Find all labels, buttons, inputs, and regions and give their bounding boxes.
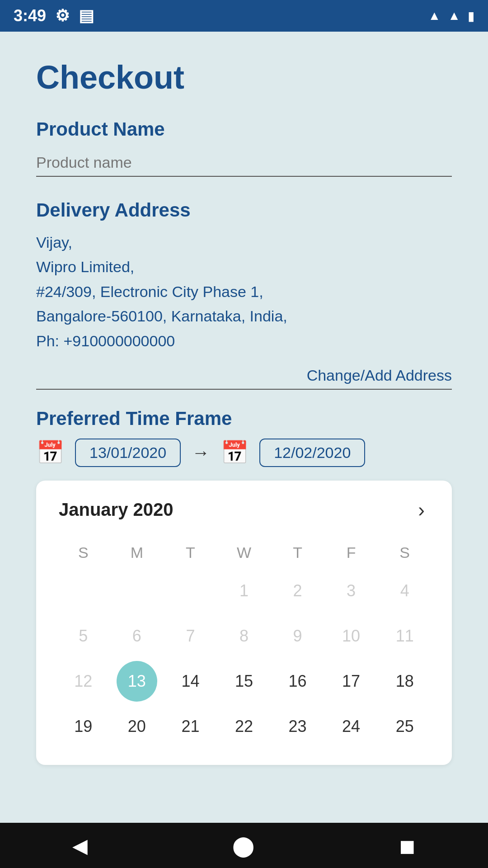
- change-address-button[interactable]: Change/Add Address: [307, 367, 452, 384]
- divider: [36, 389, 452, 390]
- calendar-day-9[interactable]: 9: [277, 616, 318, 656]
- address-line4: Bangalore-560100, Karnataka, India,: [36, 307, 287, 325]
- calendar-day-15[interactable]: 15: [224, 661, 264, 702]
- calendar-month-title: January 2020: [59, 500, 174, 520]
- calendar-day-11[interactable]: 11: [385, 616, 425, 656]
- calendar-day-4[interactable]: 4: [385, 571, 425, 611]
- day-header-sun: S: [59, 539, 108, 566]
- calendar-day-empty: [170, 571, 211, 611]
- address-block: Vijay, Wipro Limited, #24/309, Electroni…: [36, 230, 452, 353]
- calendar-day-17[interactable]: 17: [331, 661, 371, 702]
- signal-icon: ▲: [448, 9, 460, 23]
- calendar-container: January 2020 › S M T W T F S 1 2 3 4: [36, 481, 452, 765]
- delivery-address-section: Delivery Address Vijay, Wipro Limited, #…: [36, 199, 452, 390]
- calendar-day-7[interactable]: 7: [170, 616, 211, 656]
- start-calendar-icon[interactable]: 📅: [36, 439, 64, 466]
- status-bar-left: 3:49 ⚙ ▤: [14, 6, 94, 25]
- recents-button[interactable]: ◼: [399, 834, 416, 857]
- calendar-day-empty: [117, 571, 157, 611]
- calendar-day-12[interactable]: 12: [63, 661, 103, 702]
- delivery-address-label: Delivery Address: [36, 199, 452, 221]
- product-name-section: Product Name: [36, 118, 452, 177]
- calendar-day-23[interactable]: 23: [277, 706, 318, 747]
- calendar-grid: S M T W T F S 1 2 3 4 5 6 7 8 9: [59, 539, 429, 747]
- day-header-fri: F: [327, 539, 376, 566]
- address-line3: #24/309, Electronic City Phase 1,: [36, 283, 263, 300]
- calendar-day-empty: [63, 571, 103, 611]
- calendar-day-19[interactable]: 19: [63, 706, 103, 747]
- bottom-nav: ◀ ⬤ ◼: [0, 823, 488, 868]
- calendar-header: January 2020 ›: [59, 499, 429, 521]
- arrow-icon: →: [192, 443, 210, 463]
- time-display: 3:49: [14, 6, 46, 25]
- battery-icon: ▮: [468, 9, 474, 24]
- day-header-thu: T: [273, 539, 322, 566]
- calendar-day-2[interactable]: 2: [277, 571, 318, 611]
- calendar-day-14[interactable]: 14: [170, 661, 211, 702]
- calendar-day-5[interactable]: 5: [63, 616, 103, 656]
- date-picker-row: 📅 13/01/2020 → 📅 12/02/2020: [36, 439, 452, 467]
- change-address-row: Change/Add Address: [36, 367, 452, 384]
- sim-icon: ▤: [79, 6, 94, 25]
- product-name-label: Product Name: [36, 118, 452, 140]
- day-header-tue: T: [166, 539, 215, 566]
- main-content: Checkout Product Name Delivery Address V…: [0, 32, 488, 823]
- calendar-day-13[interactable]: 13: [117, 661, 157, 702]
- calendar-day-22[interactable]: 22: [224, 706, 264, 747]
- calendar-next-button[interactable]: ›: [413, 499, 429, 521]
- calendar-day-6[interactable]: 6: [117, 616, 157, 656]
- calendar-day-24[interactable]: 24: [331, 706, 371, 747]
- calendar-day-25[interactable]: 25: [385, 706, 425, 747]
- address-line1: Vijay,: [36, 234, 72, 251]
- end-date-badge[interactable]: 12/02/2020: [259, 439, 365, 467]
- time-frame-label: Preferred Time Frame: [36, 408, 452, 429]
- day-header-sat: S: [380, 539, 429, 566]
- start-date-badge[interactable]: 13/01/2020: [75, 439, 181, 467]
- calendar-day-21[interactable]: 21: [170, 706, 211, 747]
- time-frame-section: Preferred Time Frame 📅 13/01/2020 → 📅 12…: [36, 408, 452, 765]
- day-header-wed: W: [220, 539, 269, 566]
- page-title: Checkout: [36, 59, 452, 96]
- calendar-day-18[interactable]: 18: [385, 661, 425, 702]
- calendar-day-1[interactable]: 1: [224, 571, 264, 611]
- calendar-day-3[interactable]: 3: [331, 571, 371, 611]
- home-button[interactable]: ⬤: [232, 834, 254, 857]
- calendar-day-16[interactable]: 16: [277, 661, 318, 702]
- end-calendar-icon[interactable]: 📅: [221, 439, 249, 466]
- status-bar: 3:49 ⚙ ▤ ▲ ▲ ▮: [0, 0, 488, 32]
- address-line5: Ph: +910000000000: [36, 332, 175, 349]
- back-button[interactable]: ◀: [72, 834, 88, 857]
- status-bar-right: ▲ ▲ ▮: [428, 9, 474, 24]
- day-header-mon: M: [113, 539, 162, 566]
- product-name-input[interactable]: [36, 149, 452, 177]
- wifi-icon: ▲: [428, 9, 441, 23]
- settings-icon: ⚙: [55, 6, 70, 25]
- address-line2: Wipro Limited,: [36, 258, 134, 275]
- calendar-day-20[interactable]: 20: [117, 706, 157, 747]
- calendar-day-8[interactable]: 8: [224, 616, 264, 656]
- calendar-day-10[interactable]: 10: [331, 616, 371, 656]
